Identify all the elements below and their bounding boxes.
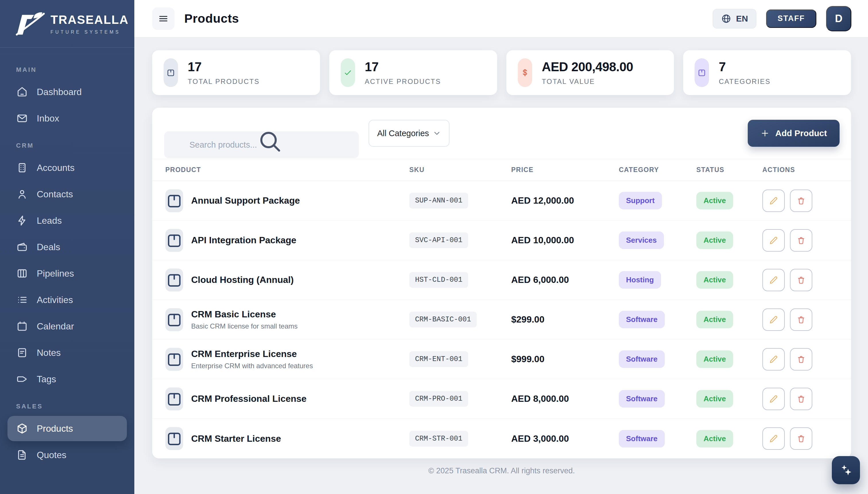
ai-assistant-fab[interactable]	[832, 456, 860, 484]
sidebar-item-deals[interactable]: Deals	[7, 234, 127, 260]
table-row: CRM Basic License Basic CRM license for …	[152, 300, 851, 340]
status-badge: Active	[696, 350, 733, 368]
edit-button[interactable]	[762, 269, 785, 291]
sidebar-item-label: Accounts	[37, 163, 75, 173]
menu-button[interactable]	[152, 7, 175, 30]
edit-button[interactable]	[762, 229, 785, 252]
edit-button[interactable]	[762, 190, 785, 212]
nav-section-label: MAIN	[16, 66, 127, 74]
category-chip: Software	[619, 311, 665, 328]
stats-row: 17 TOTAL PRODUCTS 17 ACTIVE PRODUCTS AED…	[152, 50, 851, 95]
package-icon	[165, 348, 183, 371]
sidebar-item-label: Pipelines	[37, 268, 74, 279]
sidebar-item-label: Quotes	[37, 450, 66, 460]
delete-button[interactable]	[790, 269, 812, 291]
sidebar-item-contacts[interactable]: Contacts	[7, 182, 127, 207]
delete-button[interactable]	[790, 348, 812, 370]
product-name: CRM Professional License	[191, 394, 307, 404]
column-header-product: PRODUCT	[165, 166, 409, 174]
row-actions	[762, 190, 840, 212]
sidebar-item-products[interactable]: Products	[7, 416, 127, 441]
app-root: TRASEALLA FUTURE SYSTEMS MAIN Dashboard …	[0, 0, 868, 494]
edit-button[interactable]	[762, 388, 785, 410]
status-badge: Active	[696, 430, 733, 448]
category-chip: Software	[619, 350, 665, 368]
stat-label: TOTAL PRODUCTS	[188, 78, 260, 86]
stat-card: 17 TOTAL PRODUCTS	[152, 50, 320, 95]
sku-chip: CRM-BASIC-001	[409, 311, 477, 327]
search-box	[164, 120, 359, 147]
table-row: CRM Starter License CRM-STR-001 AED 3,00…	[152, 419, 851, 458]
check-icon	[341, 58, 355, 87]
add-product-button[interactable]: Add Product	[748, 120, 840, 147]
sidebar-nav: MAIN Dashboard InboxCRM Accounts Contact…	[0, 48, 134, 494]
edit-button[interactable]	[762, 428, 785, 450]
calendar-icon	[16, 320, 28, 332]
product-cell: Annual Support Package	[165, 189, 409, 212]
product-price: $299.00	[511, 314, 619, 325]
sidebar-item-label: Deals	[37, 242, 60, 252]
category-chip: Services	[619, 231, 664, 249]
delete-button[interactable]	[790, 229, 812, 252]
cube-icon	[16, 422, 28, 435]
sidebar-item-tags[interactable]: Tags	[7, 366, 127, 392]
sidebar-item-quotes[interactable]: Quotes	[7, 442, 127, 468]
table-row: CRM Professional License CRM-PRO-001 AED…	[152, 379, 851, 419]
language-label: EN	[736, 14, 748, 23]
sku-chip: SVC-API-001	[409, 232, 468, 248]
product-price: AED 3,000.00	[511, 433, 619, 444]
row-actions	[762, 348, 840, 370]
stat-value: 17	[188, 60, 260, 74]
delete-button[interactable]	[790, 308, 812, 331]
category-filter[interactable]: All Categories	[369, 120, 450, 147]
package-icon	[165, 427, 183, 450]
sparkles-icon	[839, 463, 853, 477]
table-row: Annual Support Package SUP-ANN-001 AED 1…	[152, 181, 851, 221]
sidebar-item-calendar[interactable]: Calendar	[7, 314, 127, 339]
sidebar: TRASEALLA FUTURE SYSTEMS MAIN Dashboard …	[0, 0, 134, 494]
sku-chip: SUP-ANN-001	[409, 193, 468, 209]
sku-chip: HST-CLD-001	[409, 272, 468, 288]
product-name: Annual Support Package	[191, 195, 300, 206]
sidebar-item-activities[interactable]: Activities	[7, 287, 127, 312]
brand-logo-icon	[15, 9, 45, 39]
search-icon	[164, 120, 175, 130]
sidebar-item-label: Tags	[37, 374, 56, 384]
language-button[interactable]: EN	[713, 9, 756, 28]
products-panel: All Categories Add Product PRODUCTSKUPRI…	[152, 108, 851, 458]
tag-icon	[16, 373, 28, 385]
table-row: Cloud Hosting (Annual) HST-CLD-001 AED 6…	[152, 260, 851, 300]
user-avatar[interactable]: D	[826, 6, 851, 31]
table-row: CRM Enterprise License Enterprise CRM wi…	[152, 340, 851, 379]
sidebar-item-leads[interactable]: Leads	[7, 208, 127, 233]
role-badge[interactable]: STAFF	[766, 10, 816, 28]
delete-button[interactable]	[790, 190, 812, 212]
package-icon	[165, 308, 183, 331]
footer-copyright: © 2025 Trasealla CRM. All rights reserve…	[152, 458, 851, 486]
sidebar-item-pipelines[interactable]: Pipelines	[7, 261, 127, 286]
product-name: CRM Basic License	[191, 309, 298, 320]
sidebar-item-label: Leads	[37, 215, 62, 226]
sidebar-item-accounts[interactable]: Accounts	[7, 155, 127, 180]
sidebar-item-dashboard[interactable]: Dashboard	[7, 79, 127, 104]
delete-button[interactable]	[790, 428, 812, 450]
category-chip: Software	[619, 390, 665, 407]
menu-icon	[158, 13, 169, 24]
product-cell: CRM Enterprise License Enterprise CRM wi…	[165, 348, 409, 371]
nav-section-label: SALES	[16, 403, 127, 410]
edit-button[interactable]	[762, 308, 785, 331]
wallet-icon	[16, 241, 28, 253]
edit-button[interactable]	[762, 348, 785, 370]
delete-button[interactable]	[790, 388, 812, 410]
stat-card: 17 ACTIVE PRODUCTS	[329, 50, 497, 95]
status-badge: Active	[696, 231, 733, 249]
sidebar-item-inbox[interactable]: Inbox	[7, 106, 127, 131]
column-header-actions: ACTIONS	[762, 166, 840, 174]
sidebar-item-notes[interactable]: Notes	[7, 340, 127, 365]
stat-value: AED 200,498.00	[542, 60, 633, 74]
package-icon	[695, 58, 709, 87]
sku-chip: CRM-ENT-001	[409, 351, 468, 367]
zap-icon	[16, 214, 28, 227]
column-header-status: STATUS	[696, 166, 762, 174]
brand-tagline: FUTURE SYSTEMS	[51, 30, 129, 35]
